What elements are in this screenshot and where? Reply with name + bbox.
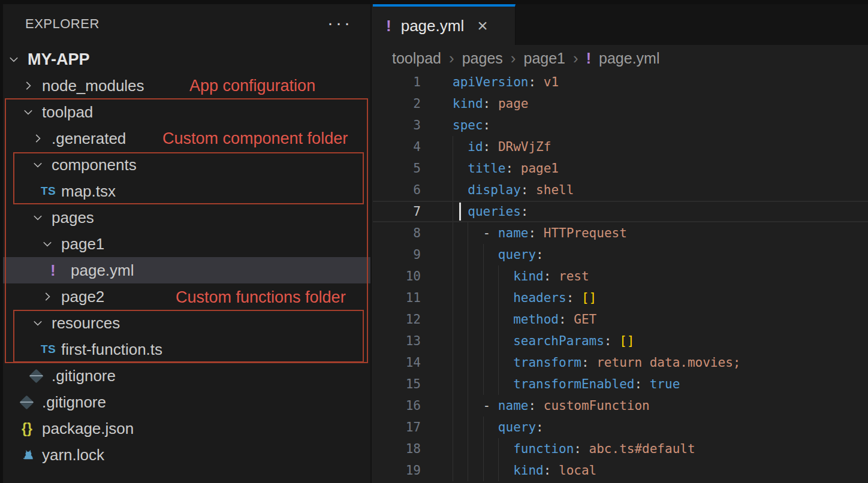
line-content: spec:: [453, 114, 490, 136]
tab-title: page.yml: [401, 17, 465, 35]
tab-bar: ! page.yml ×: [373, 4, 868, 45]
indent-guide: [453, 373, 468, 395]
code-line-3[interactable]: 3spec:: [373, 114, 868, 136]
indent-guide: [468, 330, 483, 352]
tree-folder-node-modules[interactable]: node_modules: [0, 73, 370, 99]
line-content: searchParams: []: [453, 330, 634, 352]
indent-guide: [468, 309, 483, 330]
code-line-16[interactable]: 16- name: customFunction: [373, 395, 868, 416]
tree-file-yarn.lock[interactable]: yarn.lock: [0, 442, 370, 468]
code-line-19[interactable]: 19kind: local: [373, 460, 868, 481]
tree-folder-.generated[interactable]: .generated: [0, 125, 370, 152]
indent-guide: [498, 460, 513, 481]
tree-folder-resources[interactable]: resources: [0, 310, 370, 336]
tree-item-label: .gitignore: [52, 367, 116, 385]
tree-folder-page2[interactable]: page2: [0, 283, 370, 310]
indent-guide: [453, 460, 468, 481]
code-line-5[interactable]: 5title: page1: [373, 158, 868, 179]
tree-file-.gitignore[interactable]: .gitignore: [0, 363, 370, 389]
indent-guide: [498, 373, 513, 395]
token-pun: :: [544, 463, 559, 478]
indent-guide: [453, 352, 468, 373]
token-key: query: [498, 420, 536, 434]
tree-root-label: MY-APP: [28, 50, 90, 69]
code-line-8[interactable]: 8- name: HTTPrequest: [373, 222, 868, 244]
token-key: transformEnabled: [513, 377, 634, 391]
code-line-6[interactable]: 6display: shell: [373, 179, 868, 201]
code-line-12[interactable]: 12method: GET: [373, 309, 868, 330]
token-val: rest: [559, 269, 589, 283]
indent-guide: [483, 416, 498, 438]
indent-guide: [498, 438, 513, 460]
token-key: query: [498, 247, 536, 262]
code-line-7[interactable]: 7queries:: [373, 201, 868, 222]
line-number: 2: [373, 93, 421, 114]
code-line-14[interactable]: 14transform: return data.movies;: [373, 352, 868, 373]
line-number: 12: [373, 309, 421, 330]
tree-item-label: page.yml: [71, 261, 134, 280]
breadcrumb-item-page1[interactable]: page1: [524, 50, 566, 67]
tree-root-my-app[interactable]: MY-APP: [0, 46, 370, 73]
token-val: return data.movies;: [596, 355, 740, 370]
breadcrumb-item-pages[interactable]: pages: [462, 50, 503, 67]
token-key: searchParams: [513, 334, 604, 348]
code-line-17[interactable]: 17query:: [373, 416, 868, 438]
chevron-right-icon: [41, 290, 54, 303]
indent-guide: [483, 373, 498, 395]
code-line-4[interactable]: 4id: DRwVjZf: [373, 136, 868, 158]
more-actions-icon[interactable]: ···: [327, 13, 352, 33]
code-line-15[interactable]: 15transformEnabled: true: [373, 373, 868, 395]
tree-folder-page1[interactable]: page1: [0, 231, 370, 257]
code-line-13[interactable]: 13searchParams: []: [373, 330, 868, 352]
breadcrumb-separator-icon: ›: [511, 49, 516, 68]
code-line-1[interactable]: 1apiVersion: v1: [373, 71, 868, 93]
token-pun: :: [536, 420, 544, 434]
tree-item-label: first-function.ts: [61, 340, 162, 359]
yaml-warning-icon: !: [386, 17, 391, 35]
token-pun: :: [604, 334, 619, 348]
tree-file-map.tsx[interactable]: TSmap.tsx: [0, 178, 370, 204]
explorer-header: EXPLORER ···: [0, 4, 370, 38]
line-content: kind: rest: [453, 265, 589, 287]
tree-file-package.json[interactable]: {}package.json: [0, 415, 370, 442]
token-pun: -: [483, 399, 498, 413]
line-content: transform: return data.movies;: [453, 352, 740, 373]
indent-guide: [483, 438, 498, 460]
tree-folder-toolpad[interactable]: toolpad: [0, 99, 370, 125]
token-val: abc.ts#default: [589, 442, 695, 456]
indent-guide: [468, 416, 483, 438]
tree-item-label: node_modules: [42, 77, 144, 95]
line-content: queries:: [453, 201, 528, 222]
breadcrumb-item-file[interactable]: page.yml: [599, 50, 659, 67]
line-content: query:: [453, 244, 544, 265]
line-number: 15: [373, 373, 421, 395]
chevron-down-icon: [31, 211, 44, 224]
code-line-9[interactable]: 9query:: [373, 244, 868, 265]
tree-folder-pages[interactable]: pages: [0, 204, 370, 231]
token-key: method: [513, 312, 559, 327]
typescript-icon: TS: [41, 185, 56, 198]
code-line-18[interactable]: 18function: abc.ts#default: [373, 438, 868, 460]
tree-file-page.yml[interactable]: !page.yml: [0, 257, 370, 283]
code-line-2[interactable]: 2kind: page: [373, 93, 868, 114]
indent-guide: [498, 330, 513, 352]
tree-file-.gitignore[interactable]: .gitignore: [0, 389, 370, 415]
chevron-down-icon: [41, 237, 54, 250]
token-pun: :: [528, 399, 543, 413]
tree-item-label: .gitignore: [42, 393, 106, 412]
tree-folder-components[interactable]: components: [0, 152, 370, 178]
code-editor[interactable]: 1apiVersion: v12kind: page3spec:4id: DRw…: [373, 71, 868, 481]
git-icon: [19, 395, 34, 409]
code-line-11[interactable]: 11headers: []: [373, 287, 868, 309]
indent-guide: [498, 309, 513, 330]
code-line-10[interactable]: 10kind: rest: [373, 265, 868, 287]
tab-close-icon[interactable]: ×: [477, 17, 488, 35]
breadcrumb-item-toolpad[interactable]: toolpad: [392, 50, 441, 67]
chevron-right-icon: [22, 79, 35, 92]
tree-file-first-function.ts[interactable]: TSfirst-function.ts: [0, 336, 370, 363]
tab-page-yml[interactable]: ! page.yml ×: [373, 4, 516, 45]
indent-guide: [483, 352, 498, 373]
indent-guide: [468, 265, 483, 287]
token-val: page: [498, 96, 529, 111]
line-content: apiVersion: v1: [453, 71, 559, 93]
